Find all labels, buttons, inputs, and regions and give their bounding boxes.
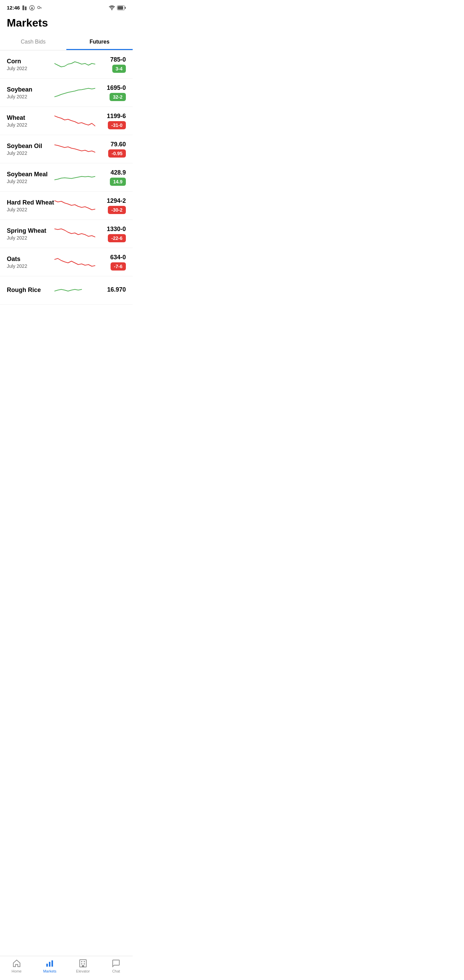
commodity-price: 785-0 3-4 xyxy=(95,56,126,73)
price-change: 14.9 xyxy=(110,178,126,186)
commodity-info: Corn July 2022 xyxy=(7,58,54,71)
commodity-price: 1294-2 -30-2 xyxy=(95,197,126,214)
commodity-name: Spring Wheat xyxy=(7,227,54,234)
commodity-price: 1330-0 -22-6 xyxy=(95,226,126,242)
commodity-row[interactable]: Soybean July 2022 1695-0 32-2 xyxy=(0,79,133,107)
commodity-price: 428.9 14.9 xyxy=(95,169,126,186)
chat-bubble-icon xyxy=(111,959,121,968)
commodity-info: Soybean Oil July 2022 xyxy=(7,143,54,156)
commodity-name: Wheat xyxy=(7,115,54,121)
svg-rect-5 xyxy=(41,8,41,8)
svg-rect-7 xyxy=(125,7,126,9)
commodity-chart xyxy=(54,225,95,242)
price-change: -31-0 xyxy=(108,121,126,129)
nav-markets[interactable]: Markets xyxy=(40,959,60,973)
commodity-date: July 2022 xyxy=(7,94,54,99)
nav-chat[interactable]: Chat xyxy=(106,959,126,973)
status-time: 12:46 xyxy=(7,5,42,11)
commodity-chart xyxy=(54,140,95,158)
commodity-list: Corn July 2022 785-0 3-4 Soybean July 20… xyxy=(0,50,133,332)
commodity-chart xyxy=(54,56,95,73)
status-bar: 12:46 xyxy=(0,0,133,13)
svg-rect-13 xyxy=(81,961,82,962)
price-value: 16.970 xyxy=(95,286,126,293)
nav-home[interactable]: Home xyxy=(6,959,27,973)
page-title: Markets xyxy=(7,17,126,29)
svg-rect-15 xyxy=(81,963,82,964)
commodity-price: 1199-6 -31-0 xyxy=(95,113,126,129)
commodity-price: 634-0 -7-6 xyxy=(95,254,126,270)
key-icon xyxy=(37,5,42,11)
price-value: 785-0 xyxy=(95,56,126,63)
commodity-chart xyxy=(54,112,95,129)
commodity-price: 1695-0 32-2 xyxy=(95,84,126,101)
price-change: -22-6 xyxy=(108,234,126,242)
commodity-date: July 2022 xyxy=(7,150,54,156)
price-change: 3-4 xyxy=(112,65,126,73)
svg-rect-0 xyxy=(22,5,24,10)
commodity-date: July 2022 xyxy=(7,122,54,127)
commodity-name: Soybean xyxy=(7,86,54,93)
commodity-date: July 2022 xyxy=(7,66,54,71)
price-change: -30-2 xyxy=(108,206,126,214)
svg-rect-16 xyxy=(84,963,85,964)
commodity-name: Oats xyxy=(7,256,54,263)
commodity-name: Corn xyxy=(7,58,54,65)
commodity-name: Hard Red Wheat xyxy=(7,199,54,206)
commodity-info: Oats July 2022 xyxy=(7,256,54,269)
nav-elevator[interactable]: Elevator xyxy=(73,959,93,973)
commodity-chart xyxy=(54,253,95,270)
price-value: 1294-2 xyxy=(95,197,126,205)
chart-bar-icon xyxy=(45,959,54,968)
wifi-icon xyxy=(109,5,115,10)
commodity-date: July 2022 xyxy=(7,235,54,240)
tabs-container: Cash Bids Futures xyxy=(0,35,133,50)
commodity-row[interactable]: Soybean Meal July 2022 428.9 14.9 xyxy=(0,163,133,192)
price-value: 634-0 xyxy=(95,254,126,261)
commodity-info: Rough Rice xyxy=(7,286,54,294)
price-change: -0.95 xyxy=(108,150,126,158)
commodity-price: 16.970 xyxy=(95,286,126,295)
sim-icon xyxy=(22,5,27,11)
svg-rect-9 xyxy=(47,964,48,967)
bottom-nav: Home Markets Elevator Chat xyxy=(0,956,133,980)
commodity-date: July 2022 xyxy=(7,263,54,269)
commodity-info: Soybean Meal July 2022 xyxy=(7,171,54,184)
price-value: 1199-6 xyxy=(95,113,126,120)
commodity-row[interactable]: Corn July 2022 785-0 3-4 xyxy=(0,50,133,79)
price-value: 1330-0 xyxy=(95,226,126,233)
price-value: 79.60 xyxy=(95,141,126,148)
commodity-row[interactable]: Hard Red Wheat July 2022 1294-2 -30-2 xyxy=(0,192,133,220)
price-value: 1695-0 xyxy=(95,84,126,92)
commodity-info: Spring Wheat July 2022 xyxy=(7,227,54,240)
commodity-row[interactable]: Rough Rice 16.970 xyxy=(0,276,133,305)
price-value: 428.9 xyxy=(95,169,126,176)
commodity-name: Soybean Meal xyxy=(7,171,54,178)
price-change: -7-6 xyxy=(111,262,126,270)
svg-rect-14 xyxy=(84,961,85,962)
commodity-date: July 2022 xyxy=(7,207,54,212)
commodity-chart xyxy=(54,84,95,101)
status-icons xyxy=(109,5,126,10)
house-icon xyxy=(12,959,21,968)
commodity-row[interactable]: Oats July 2022 634-0 -7-6 xyxy=(0,248,133,276)
svg-rect-17 xyxy=(82,965,84,967)
commodity-info: Wheat July 2022 xyxy=(7,115,54,127)
commodity-info: Soybean July 2022 xyxy=(7,86,54,99)
tab-futures[interactable]: Futures xyxy=(66,35,133,50)
svg-rect-8 xyxy=(118,6,123,10)
commodity-chart xyxy=(54,197,95,214)
svg-rect-1 xyxy=(25,6,27,10)
battery-icon xyxy=(117,5,126,10)
svg-point-3 xyxy=(38,6,40,8)
svg-rect-11 xyxy=(52,960,53,966)
commodity-date: July 2022 xyxy=(7,179,54,184)
commodity-name: Soybean Oil xyxy=(7,143,54,150)
svg-rect-10 xyxy=(49,962,50,967)
tab-cash-bids[interactable]: Cash Bids xyxy=(0,35,66,50)
page-header: Markets xyxy=(0,13,133,35)
commodity-row[interactable]: Soybean Oil July 2022 79.60 -0.95 xyxy=(0,135,133,163)
commodity-chart xyxy=(54,169,95,186)
commodity-row[interactable]: Spring Wheat July 2022 1330-0 -22-6 xyxy=(0,220,133,248)
commodity-row[interactable]: Wheat July 2022 1199-6 -31-0 xyxy=(0,107,133,135)
